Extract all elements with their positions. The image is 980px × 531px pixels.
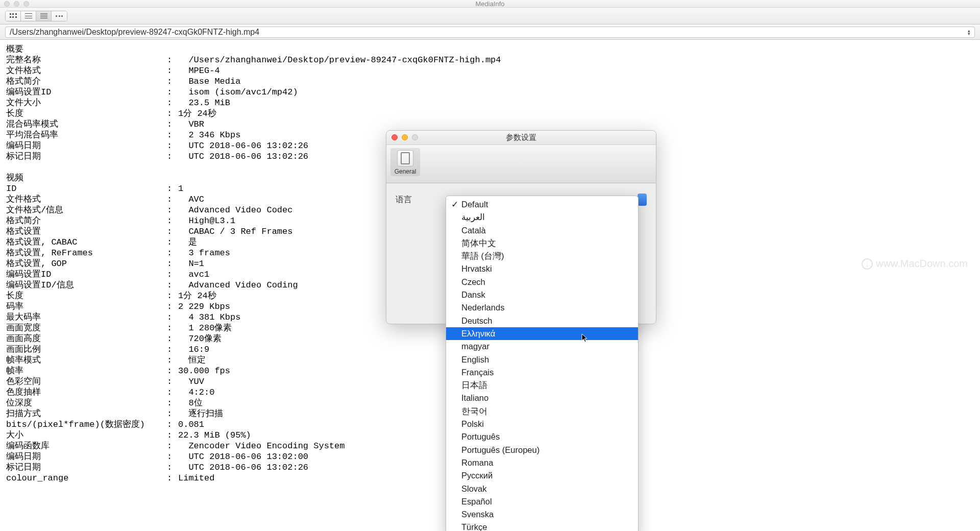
info-key: 编码设置ID xyxy=(6,269,167,280)
info-key: 画面宽度 xyxy=(6,323,167,333)
dropdown-item[interactable]: Español xyxy=(446,495,638,508)
info-key: 色度抽样 xyxy=(6,387,167,398)
info-key: 扫描方式 xyxy=(6,408,167,419)
info-key: 帧率 xyxy=(6,366,167,376)
minimize-icon[interactable] xyxy=(402,134,408,140)
info-key: 帧率模式 xyxy=(6,355,167,366)
main-toolbar xyxy=(0,8,980,25)
list-icon xyxy=(25,13,32,18)
info-key: 格式简介 xyxy=(6,76,167,87)
info-sep: : xyxy=(167,462,178,473)
dropdown-item[interactable]: Français xyxy=(446,366,638,379)
dropdown-item[interactable]: Romana xyxy=(446,456,638,469)
dropdown-item[interactable]: Dansk xyxy=(446,288,638,301)
info-key: 平均混合码率 xyxy=(6,130,167,140)
dropdown-item[interactable]: 華語 (台灣) xyxy=(446,250,638,262)
path-stepper-icon[interactable]: ▴▾ xyxy=(965,27,972,37)
zoom-icon[interactable] xyxy=(23,1,29,7)
dropdown-item[interactable]: 简体中文 xyxy=(446,237,638,250)
prefs-title: 参数设置 xyxy=(386,133,656,142)
info-sep: : xyxy=(167,355,178,366)
dropdown-item[interactable]: Português (Europeu) xyxy=(446,444,638,456)
info-sep: : xyxy=(167,398,178,408)
info-key: 色彩空间 xyxy=(6,376,167,387)
info-key: 文件格式 xyxy=(6,65,167,76)
dropdown-item[interactable]: Czech xyxy=(446,276,638,288)
window-titlebar: MediaInfo xyxy=(0,0,980,8)
tab-general[interactable]: General xyxy=(390,148,420,176)
dropdown-item[interactable]: العربية xyxy=(446,211,638,224)
watermark: www.MacDown.com xyxy=(862,258,968,270)
info-value: 1分 24秒 xyxy=(178,108,974,119)
info-key: 位深度 xyxy=(6,398,167,408)
file-path-text: /Users/zhanghanwei/Desktop/preview-89247… xyxy=(10,28,259,37)
tab-general-label: General xyxy=(395,168,416,175)
info-key: 长度 xyxy=(6,108,167,119)
info-value: VBR xyxy=(178,119,974,130)
dropdown-item[interactable]: Default xyxy=(446,198,638,211)
close-icon[interactable] xyxy=(4,1,10,7)
dropdown-item[interactable]: Italiano xyxy=(446,392,638,404)
info-key: ID xyxy=(6,183,167,194)
info-sep: : xyxy=(167,366,178,376)
path-bar: /Users/zhanghanwei/Desktop/preview-89247… xyxy=(0,25,980,40)
dropdown-item[interactable]: 日本語 xyxy=(446,379,638,392)
dropdown-item[interactable]: magyar xyxy=(446,340,638,353)
combobox-arrow-icon xyxy=(638,194,647,206)
info-key: 大小 xyxy=(6,430,167,441)
info-key: 格式简介 xyxy=(6,215,167,226)
info-key: 文件格式/信息 xyxy=(6,205,167,215)
dropdown-item[interactable]: Hrvatski xyxy=(446,262,638,275)
info-value: /Users/zhanghanwei/Desktop/preview-89247… xyxy=(178,55,974,65)
window-title: MediaInfo xyxy=(0,0,980,8)
dropdown-item[interactable]: Svenska xyxy=(446,508,638,521)
dropdown-item[interactable]: Türkçe xyxy=(446,521,638,531)
dropdown-item[interactable]: Русский xyxy=(446,469,638,482)
zoom-icon[interactable] xyxy=(412,134,418,140)
info-sep: : xyxy=(167,119,178,130)
info-sep: : xyxy=(167,65,178,76)
dots-icon xyxy=(56,13,63,18)
dropdown-item[interactable]: Ελληνικά xyxy=(446,327,638,340)
list-dense-icon xyxy=(40,13,47,18)
language-label: 语言 xyxy=(396,195,412,205)
info-row: 完整名称: /Users/zhanghanwei/Desktop/preview… xyxy=(6,55,974,65)
dropdown-item[interactable]: English xyxy=(446,353,638,366)
info-sep: : xyxy=(167,151,178,162)
dropdown-item[interactable]: Català xyxy=(446,224,638,237)
dropdown-item[interactable]: Polski xyxy=(446,418,638,430)
language-dropdown[interactable]: DefaultالعربيةCatalà简体中文華語 (台灣)HrvatskiC… xyxy=(446,196,639,531)
prefs-traffic-lights xyxy=(391,134,418,140)
info-value: 23.5 MiB xyxy=(178,98,974,108)
info-sep: : xyxy=(167,76,178,87)
info-value: isom (isom/avc1/mp42) xyxy=(178,87,974,98)
view-list2-button[interactable] xyxy=(36,11,52,21)
file-path-field[interactable]: /Users/zhanghanwei/Desktop/preview-89247… xyxy=(5,27,975,38)
view-grid-button[interactable] xyxy=(6,11,21,21)
view-list1-button[interactable] xyxy=(21,11,36,21)
dropdown-item[interactable]: 한국어 xyxy=(446,405,638,418)
info-sep: : xyxy=(167,323,178,333)
download-icon xyxy=(862,258,873,270)
info-value: MPEG-4 xyxy=(178,65,974,76)
view-more-button[interactable] xyxy=(52,11,67,21)
dropdown-item[interactable]: Slovak xyxy=(446,482,638,495)
info-sep: : xyxy=(167,473,178,484)
minimize-icon[interactable] xyxy=(14,1,19,7)
dropdown-item[interactable]: Português xyxy=(446,430,638,443)
info-sep: : xyxy=(167,98,178,108)
close-icon[interactable] xyxy=(391,134,398,140)
info-key: 文件格式 xyxy=(6,194,167,205)
info-key: 编码日期 xyxy=(6,140,167,151)
info-key: 画面高度 xyxy=(6,333,167,344)
info-key: 码率 xyxy=(6,301,167,312)
dropdown-item[interactable]: Deutsch xyxy=(446,315,638,327)
info-row: 文件大小: 23.5 MiB xyxy=(6,98,974,108)
grid-icon xyxy=(10,13,17,18)
info-sep: : xyxy=(167,258,178,269)
info-sep: : xyxy=(167,312,178,323)
info-value: Base Media xyxy=(178,76,974,87)
info-sep: : xyxy=(167,237,178,248)
dropdown-item[interactable]: Nederlands xyxy=(446,301,638,314)
prefs-toolbar: General xyxy=(386,145,656,183)
